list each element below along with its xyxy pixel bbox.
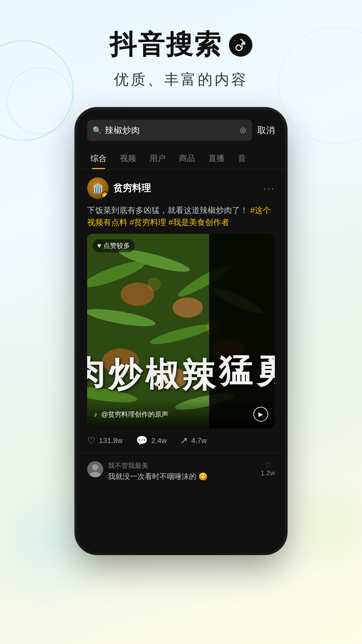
creator-name[interactable]: 贫穷料理 (113, 182, 151, 195)
more-options-button[interactable]: ··· (263, 182, 275, 194)
main-title-wrapper: 抖音搜索 (0, 27, 362, 63)
likes-count: 131.8w (99, 436, 123, 445)
video-text-overlay: 勇猛辣椒炒肉 (87, 234, 275, 428)
clear-search-button[interactable]: ⊗ (239, 125, 247, 136)
subtitle: 优质、丰富的内容 (0, 70, 362, 90)
cancel-button[interactable]: 取消 (257, 124, 275, 136)
content-area: 🏛️ ✓ 贫穷料理 ··· 下饭菜到底有多凶猛，就看这道辣椒炒肉了！ #这个视频… (77, 169, 285, 552)
commenter-name: 我不管我最美 (108, 461, 256, 470)
search-bar-container: 🔍 辣椒炒肉 ⊗ 取消 (77, 110, 285, 148)
comment-icon: 💬 (136, 435, 148, 446)
shares-count: 4.7w (191, 436, 206, 445)
phone-screen: 🔍 辣椒炒肉 ⊗ 取消 综合 视频 用户 商品 (77, 110, 285, 552)
tab-product[interactable]: 商品 (172, 148, 202, 169)
comment-likes-count: 1.2w (261, 469, 275, 477)
play-button[interactable]: ▶ (253, 407, 268, 422)
tab-user[interactable]: 用户 (143, 148, 172, 169)
search-icon: 🔍 (93, 126, 102, 135)
tab-comprehensive[interactable]: 综合 (84, 148, 113, 169)
svg-point-19 (92, 464, 98, 470)
search-input-wrapper[interactable]: 🔍 辣椒炒肉 ⊗ (87, 120, 252, 141)
heart-small-icon: ♥ (97, 242, 101, 250)
interaction-bar: ♡ 131.8w 💬 2.4w ↗ 4.7w (77, 428, 285, 453)
header-section: 抖音搜索 优质、丰富的内容 (0, 0, 362, 90)
creator-avatar: 🏛️ ✓ (87, 177, 109, 199)
comments-interaction[interactable]: 💬 2.4w (136, 435, 167, 446)
post-text-area: 下饭菜到底有多凶猛，就看这道辣椒炒肉了！ #这个视频有点料 #贫穷料理 #我是美… (77, 204, 285, 234)
tiktok-music-icon: ♪ (94, 411, 97, 418)
phone-wrapper: 🔍 辣椒炒肉 ⊗ 取消 综合 视频 用户 商品 (0, 110, 362, 552)
comments-count: 2.4w (151, 436, 167, 445)
comment-likes-1: ♡ 1.2w (261, 461, 275, 477)
likes-badge-text: 点赞较多 (103, 241, 130, 250)
comment-row-1: 我不管我最美 我就没一次看时不咽唾沫的 😋 ♡ 1.2w (87, 461, 275, 482)
page-title: 抖音搜索 (110, 27, 222, 63)
hashtag-3[interactable]: #我是美食创作者 (169, 218, 229, 227)
post-main-text: 下饭菜到底有多凶猛，就看这道辣椒炒肉了！ (87, 206, 248, 215)
verified-check-icon: ✓ (103, 193, 107, 198)
video-calligraphy-text: 勇猛辣椒炒肉 (87, 329, 275, 333)
comment-heart-icon: ♡ (265, 461, 271, 469)
phone-mockup: 🔍 辣椒炒肉 ⊗ 取消 综合 视频 用户 商品 (77, 110, 285, 552)
video-likes-badge: ♥ 点赞较多 (93, 239, 135, 252)
share-icon: ↗ (180, 435, 188, 446)
tab-video[interactable]: 视频 (113, 148, 143, 169)
music-credit: @贫穷料理创作的原声 (101, 410, 249, 419)
hashtag-2[interactable]: #贫穷料理 (130, 218, 169, 227)
search-query: 辣椒炒肉 (105, 124, 236, 136)
video-container[interactable]: ♥ 点赞较多 勇猛辣椒炒肉 ♪ @贫穷料理创作的原声 ▶ (87, 234, 275, 428)
svg-point-1 (242, 42, 244, 44)
comments-preview: 我不管我最美 我就没一次看时不咽唾沫的 😋 ♡ 1.2w (77, 453, 285, 488)
tabs-container: 综合 视频 用户 商品 直播 音 (77, 148, 285, 169)
creator-card: 🏛️ ✓ 贫穷料理 ··· (77, 169, 285, 204)
creator-info: 🏛️ ✓ 贫穷料理 (87, 177, 151, 199)
heart-icon: ♡ (87, 435, 96, 446)
video-bottom-bar: ♪ @贫穷料理创作的原声 ▶ (87, 400, 275, 428)
tab-audio[interactable]: 音 (231, 148, 253, 169)
commenter-avatar (87, 461, 103, 477)
shares-interaction[interactable]: ↗ 4.7w (180, 435, 206, 446)
tiktok-logo (229, 33, 252, 57)
tab-live[interactable]: 直播 (202, 148, 231, 169)
likes-interaction[interactable]: ♡ 131.8w (87, 435, 123, 446)
verified-badge: ✓ (101, 192, 109, 199)
comment-text-1: 我就没一次看时不咽唾沫的 😋 (108, 472, 256, 482)
comment-content-1: 我不管我最美 我就没一次看时不咽唾沫的 😋 (108, 461, 256, 482)
